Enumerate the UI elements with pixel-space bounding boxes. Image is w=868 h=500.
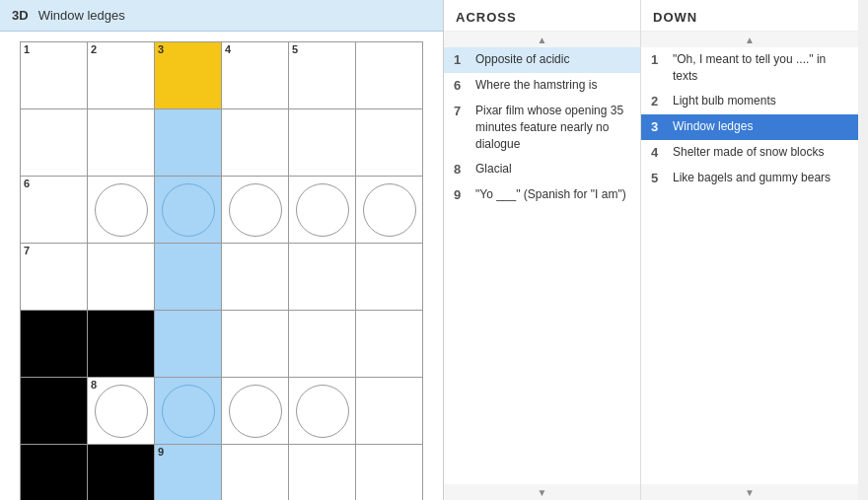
cell-r6c6[interactable]: [356, 378, 423, 445]
cell-r6c3[interactable]: [155, 378, 222, 445]
down-scroll-down[interactable]: ▼: [641, 484, 858, 500]
crossword-grid: 1 2 3 4 5 6 7: [20, 41, 423, 500]
clue-description: Shelter made of snow blocks: [673, 144, 824, 162]
clue-description: Pixar film whose opening 35 minutes feat…: [475, 103, 630, 152]
clue-number: 2: [651, 93, 667, 110]
cell-r5c6[interactable]: [356, 311, 423, 378]
clue-number: 1: [651, 51, 667, 85]
cell-r7c6[interactable]: [356, 445, 423, 500]
across-clue-1[interactable]: 1Opposite of acidic: [444, 47, 640, 73]
across-scroll-up[interactable]: ▲: [444, 32, 640, 47]
clue-description: "Yo ___" (Spanish for "I am"): [475, 186, 626, 204]
cell-r2c3[interactable]: [155, 109, 222, 177]
cell-r4c4[interactable]: [222, 244, 289, 311]
clue-description: Opposite of acidic: [475, 51, 569, 69]
cell-r1c6[interactable]: [356, 42, 423, 109]
down-scroll-up[interactable]: ▲: [641, 32, 858, 47]
cell-r4c5[interactable]: [289, 244, 356, 311]
cell-r7c2: [88, 445, 155, 500]
active-clue-text: Window ledges: [38, 8, 125, 23]
cell-r2c6[interactable]: [356, 109, 423, 177]
cell-r4c3[interactable]: [155, 244, 222, 311]
cell-r4c6[interactable]: [356, 244, 423, 311]
clue-description: Window ledges: [673, 118, 753, 136]
clue-description: Light bulb moments: [673, 93, 776, 110]
down-clue-3[interactable]: 3Window ledges: [641, 114, 858, 140]
clue-number: 9: [454, 186, 470, 204]
across-title: ACROSS: [444, 0, 640, 32]
cell-r2c2[interactable]: [88, 109, 155, 177]
clue-description: Like bagels and gummy bears: [673, 170, 831, 187]
cell-r7c1: [21, 445, 88, 500]
cell-r4c2[interactable]: [88, 244, 155, 311]
down-scroll: ▲ 1"Oh, I meant to tell you ...." in tex…: [641, 32, 858, 500]
clue-number: 1: [454, 51, 470, 69]
crossword-panel: 3D Window ledges 1 2 3 4 5 6: [0, 0, 444, 500]
down-clue-5[interactable]: 5Like bagels and gummy bears: [641, 166, 858, 191]
across-clues-list: 1Opposite of acidic6Where the hamstring …: [444, 47, 640, 484]
across-clue-8[interactable]: 8Glacial: [444, 157, 640, 182]
clue-number: 6: [454, 77, 470, 95]
clue-description: "Oh, I meant to tell you ...." in texts: [673, 51, 848, 85]
down-clue-2[interactable]: 2Light bulb moments: [641, 89, 858, 114]
across-scroll-down[interactable]: ▼: [444, 484, 640, 500]
cell-r1c4[interactable]: 4: [222, 42, 289, 109]
cell-r2c1[interactable]: [21, 109, 88, 177]
cell-r3c4[interactable]: [222, 177, 289, 244]
cell-r5c2: [88, 311, 155, 378]
clue-number: 5: [651, 170, 667, 187]
cell-r2c4[interactable]: [222, 109, 289, 177]
cell-r7c3[interactable]: 9: [155, 445, 222, 500]
down-clue-4[interactable]: 4Shelter made of snow blocks: [641, 140, 858, 166]
clue-number: 7: [454, 103, 470, 152]
cell-r1c2[interactable]: 2: [88, 42, 155, 109]
cell-r1c1[interactable]: 1: [21, 42, 88, 109]
cell-r5c1: [21, 311, 88, 378]
cell-r3c3[interactable]: [155, 177, 222, 244]
active-clue-number: 3D: [12, 8, 29, 23]
cell-r5c4[interactable]: [222, 311, 289, 378]
grid-container: 1 2 3 4 5 6 7: [0, 32, 443, 500]
across-clue-7[interactable]: 7Pixar film whose opening 35 minutes fea…: [444, 99, 640, 156]
down-title: DOWN: [641, 0, 858, 32]
clue-number: 8: [454, 161, 470, 179]
crossword-header: 3D Window ledges: [0, 0, 443, 32]
cell-r3c2[interactable]: [88, 177, 155, 244]
down-panel: DOWN ▲ 1"Oh, I meant to tell you ...." i…: [641, 0, 858, 500]
cell-r7c5[interactable]: [289, 445, 356, 500]
cell-r6c5[interactable]: [289, 378, 356, 445]
cell-r5c5[interactable]: [289, 311, 356, 378]
clue-number: 4: [651, 144, 667, 162]
across-scroll: ▲ 1Opposite of acidic6Where the hamstrin…: [444, 32, 640, 500]
cell-r5c3[interactable]: [155, 311, 222, 378]
cell-r7c4[interactable]: [222, 445, 289, 500]
cell-r6c1: [21, 378, 88, 445]
cell-r6c2[interactable]: 8: [88, 378, 155, 445]
across-clue-9[interactable]: 9"Yo ___" (Spanish for "I am"): [444, 182, 640, 208]
across-panel: ACROSS ▲ 1Opposite of acidic6Where the h…: [444, 0, 641, 500]
cell-r3c1[interactable]: 6: [21, 177, 88, 244]
cell-r2c5[interactable]: [289, 109, 356, 177]
down-clues-list: 1"Oh, I meant to tell you ...." in texts…: [641, 47, 858, 484]
cell-r4c1[interactable]: 7: [21, 244, 88, 311]
clue-description: Glacial: [475, 161, 512, 179]
clue-description: Where the hamstring is: [475, 77, 597, 95]
down-clue-1[interactable]: 1"Oh, I meant to tell you ...." in texts: [641, 47, 858, 89]
across-clue-6[interactable]: 6Where the hamstring is: [444, 73, 640, 99]
cell-r1c3[interactable]: 3: [155, 42, 222, 109]
clue-number: 3: [651, 118, 667, 136]
cell-r3c6[interactable]: [356, 177, 423, 244]
cell-r3c5[interactable]: [289, 177, 356, 244]
cell-r1c5[interactable]: 5: [289, 42, 356, 109]
cell-r6c4[interactable]: [222, 378, 289, 445]
